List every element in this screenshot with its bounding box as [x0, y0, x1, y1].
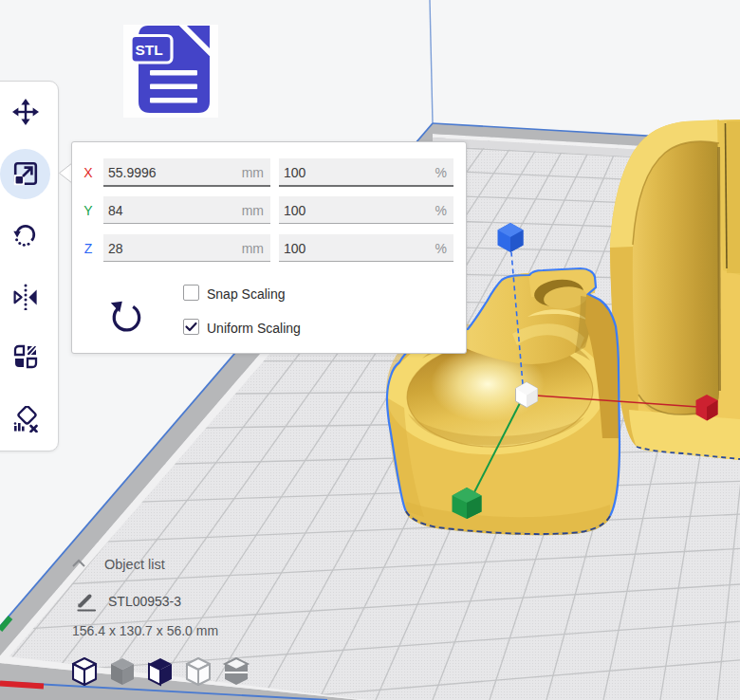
svg-text:STL: STL: [136, 42, 163, 58]
